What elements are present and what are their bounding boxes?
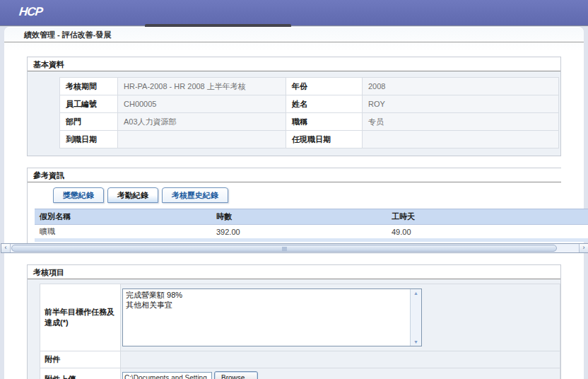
assessment-title: 考核項目 (28, 265, 560, 279)
section-assessment-items: 考核項目 前半年目標作任務及達成(*) 完成營業額 98% 其他相关事宜 ▲ (27, 264, 561, 379)
reference-title: 參考資訊 (28, 168, 561, 182)
assessment-table: 前半年目標作任務及達成(*) 完成營業額 98% 其他相关事宜 ▲ ▼ (40, 284, 560, 379)
goal-textarea[interactable]: 完成營業額 98% 其他相关事宜 (122, 288, 422, 346)
table-row: 曠職 392.00 49.00 (35, 225, 588, 239)
table-row: 到職日期 任現職日期 (60, 131, 559, 148)
leave-table: 假別名稱 時數 工時天 曠職 392.00 49.00 (35, 209, 588, 238)
basic-info-title: 基本資料 (28, 57, 560, 71)
scroll-left-icon[interactable]: ‹ (1, 244, 11, 252)
field-value-dept: A03人力資源部 (118, 113, 286, 131)
header-shadow-strip (145, 24, 291, 27)
attachment-label: 附件 (40, 351, 121, 368)
col-workdays: 工時天 (387, 209, 588, 225)
table-footer-strip (35, 238, 588, 242)
cell-leave-type: 曠職 (35, 225, 211, 239)
field-label-title: 職稱 (286, 113, 363, 131)
table-row: 員工編號 CH00005 姓名 ROY (60, 95, 559, 113)
field-label-name: 姓名 (286, 95, 363, 113)
scroll-up-icon[interactable]: ▲ (413, 290, 418, 296)
browse-button[interactable]: Browse... (214, 371, 258, 379)
goal-label: 前半年目標作任務及達成(*) (40, 284, 121, 351)
tab-rewards-record[interactable]: 獎懲紀錄 (53, 187, 104, 203)
field-value-hire-date (118, 131, 286, 148)
field-label-dept: 部門 (60, 113, 118, 131)
field-label-year: 年份 (286, 78, 363, 95)
upload-label: 附件上傳 (40, 368, 121, 379)
field-value-title: 专员 (363, 113, 559, 131)
table-row: 附件 (40, 351, 560, 368)
textarea-scrollbar[interactable]: ▲ ▼ (410, 289, 421, 346)
field-value-period: HR-PA-2008 - HR 2008 上半年考核 (118, 78, 286, 95)
field-label-hire-date: 到職日期 (60, 131, 118, 148)
field-value-name: ROY (363, 95, 559, 113)
table-row: 部門 A03人力資源部 職稱 专员 (60, 113, 559, 131)
page-content: 基本資料 考核期間 HR-PA-2008 - HR 2008 上半年考核 年份 … (4, 57, 584, 379)
horizontal-scrollbar[interactable]: ‹ › (1, 243, 588, 253)
field-value-year: 2008 (363, 78, 559, 95)
cell-workdays: 49.00 (387, 225, 588, 239)
table-row: 附件上傳 Browse... 支持類型(.doc,.docx,.ppt,.ppt… (40, 368, 560, 379)
field-value-current-date (363, 131, 559, 148)
col-hours: 時數 (211, 209, 387, 225)
hcp-logo: HCP (18, 5, 43, 19)
scroll-right-icon[interactable]: › (579, 244, 588, 252)
file-path-input[interactable] (122, 372, 212, 379)
tab-attendance-record[interactable]: 考勤紀錄 (107, 187, 158, 203)
field-label-period: 考核期間 (60, 78, 118, 95)
app-header: HCP (0, 0, 588, 26)
tab-assessment-history[interactable]: 考核歷史紀錄 (162, 187, 228, 203)
field-value-emp-id: CH00005 (118, 95, 286, 113)
section-reference: 參考資訊 獎懲紀錄 考勤紀錄 考核歷史紀錄 假別名稱 時數 工時天 (27, 168, 561, 253)
page-panel: 績效管理 - 評估改善-發展 基本資料 考核期間 HR-PA-2008 - HR… (4, 27, 584, 379)
field-label-current-date: 任現職日期 (286, 131, 363, 148)
scrollbar-thumb[interactable] (11, 245, 557, 252)
scrollbar-track[interactable] (11, 244, 579, 252)
col-leave-type: 假別名稱 (35, 209, 211, 225)
section-basic-info: 基本資料 考核期間 HR-PA-2008 - HR 2008 上半年考核 年份 … (27, 57, 561, 156)
table-header-row: 假別名稱 時數 工時天 (35, 209, 588, 225)
scroll-down-icon[interactable]: ▼ (413, 339, 418, 345)
reference-tabs: 獎懲紀錄 考勤紀錄 考核歷史紀錄 (53, 187, 561, 203)
attachment-value (121, 351, 560, 368)
cell-hours: 392.00 (211, 225, 387, 239)
basic-info-table: 考核期間 HR-PA-2008 - HR 2008 上半年考核 年份 2008 … (59, 77, 559, 148)
table-row: 考核期間 HR-PA-2008 - HR 2008 上半年考核 年份 2008 (60, 78, 559, 95)
table-row: 前半年目標作任務及達成(*) 完成營業額 98% 其他相关事宜 ▲ ▼ (40, 284, 560, 351)
field-label-emp-id: 員工編號 (60, 95, 118, 113)
breadcrumb: 績效管理 - 評估改善-發展 (4, 27, 584, 42)
